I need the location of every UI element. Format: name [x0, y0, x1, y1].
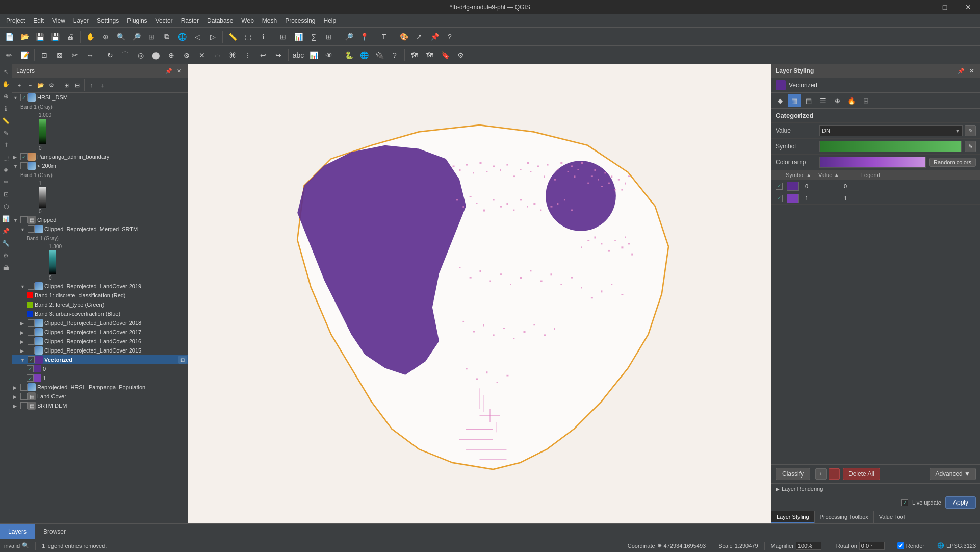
- route-icon[interactable]: ⤴: [1, 140, 12, 151]
- node2-icon[interactable]: ⊡: [1, 189, 12, 200]
- styling-close-button[interactable]: ✕: [967, 66, 976, 76]
- delete-part-button[interactable]: ✕: [195, 48, 209, 62]
- layer-lc2016[interactable]: Clipped_Reprojected_LandCover 2016: [12, 337, 188, 346]
- settings3-icon[interactable]: ⚙: [1, 250, 12, 261]
- plugin1-button[interactable]: 🔌: [372, 48, 386, 62]
- layer-less200[interactable]: < 200m: [12, 161, 188, 170]
- remove-layer-button[interactable]: −: [25, 80, 35, 90]
- edit-button[interactable]: 📝: [17, 48, 32, 62]
- heatmap-icon[interactable]: 🔥: [845, 94, 858, 107]
- magnifier-input[interactable]: [796, 542, 821, 550]
- expand-lc2018[interactable]: [20, 320, 27, 326]
- map-area[interactable]: [188, 64, 771, 523]
- print-button[interactable]: 🖨: [63, 30, 78, 44]
- tab-value-tool[interactable]: Value Tool: [874, 511, 910, 523]
- point-cluster-icon[interactable]: ⊕: [831, 94, 844, 107]
- expand-srtm-dem[interactable]: [13, 403, 19, 409]
- menu-vector[interactable]: Vector: [151, 16, 177, 26]
- simplify-button[interactable]: ⌒: [118, 48, 133, 62]
- 3d-icon[interactable]: ⬡: [1, 201, 12, 212]
- move-down-button[interactable]: ↓: [97, 80, 108, 90]
- vec-cat-1-row[interactable]: 1: [12, 373, 188, 383]
- menu-help[interactable]: Help: [320, 16, 341, 26]
- collapse-all-button[interactable]: ⊟: [72, 80, 82, 90]
- single-symbol-icon[interactable]: ◆: [773, 94, 787, 107]
- menu-project[interactable]: Project: [2, 16, 29, 26]
- attribute-table-button[interactable]: ⊞: [276, 30, 290, 44]
- globe-button[interactable]: 🌐: [357, 48, 371, 62]
- vis-clipped-srtm[interactable]: [28, 225, 35, 233]
- sym-check-0[interactable]: [776, 183, 783, 190]
- expand-vectorized[interactable]: [20, 357, 27, 363]
- menu-web[interactable]: Web: [237, 16, 257, 26]
- diagram-button[interactable]: 📊: [306, 48, 321, 62]
- undo-button[interactable]: ↩: [256, 48, 270, 62]
- layer-lc2017[interactable]: Clipped_Reprojected_LandCover 2017: [12, 328, 188, 337]
- vec-cat-0-row[interactable]: 0: [12, 364, 188, 373]
- preview-button[interactable]: 👁: [322, 48, 336, 62]
- layer-land-cover[interactable]: ▤ Land Cover: [12, 392, 188, 401]
- zoom-full-button[interactable]: 🌐: [175, 30, 189, 44]
- rotate-button[interactable]: ↻: [103, 48, 117, 62]
- measure-icon[interactable]: 📏: [1, 115, 12, 127]
- displaced-icon[interactable]: ⊞: [859, 94, 872, 107]
- map1-button[interactable]: 🗺: [407, 48, 422, 62]
- sym-color-1[interactable]: [787, 194, 799, 203]
- layer-clipped-srtm[interactable]: Clipped_Reprojected_Merged_SRTM: [12, 224, 188, 234]
- vis-vectorized[interactable]: [28, 356, 35, 363]
- expand-hrsl-dsm[interactable]: [13, 95, 19, 101]
- vis-lc2016[interactable]: [28, 338, 35, 345]
- layer-clipped-group[interactable]: ▤ Clipped: [12, 215, 188, 224]
- menu-mesh[interactable]: Mesh: [258, 16, 281, 26]
- menu-edit[interactable]: Edit: [29, 16, 48, 26]
- crs-item[interactable]: 🌐 EPSG:3123: [937, 542, 976, 549]
- expand-clipped[interactable]: [13, 217, 19, 223]
- new-project-button[interactable]: 📄: [2, 30, 16, 44]
- vertex-button[interactable]: ⊠: [53, 48, 67, 62]
- label-tool-button[interactable]: abc: [291, 48, 305, 62]
- select-button[interactable]: ⊕: [98, 30, 113, 44]
- question-button[interactable]: ?: [443, 30, 457, 44]
- sym-row-1[interactable]: 1 1: [771, 192, 980, 205]
- layer-pampanga-admin[interactable]: Pampanga_admin_boundary: [12, 152, 188, 161]
- render-item[interactable]: Render: [897, 542, 924, 549]
- symbol-col-header[interactable]: Symbol ▲: [786, 172, 816, 178]
- pencil-button[interactable]: ✏: [2, 48, 16, 62]
- value-dropdown-arrow[interactable]: ▼: [955, 128, 960, 134]
- identify-icon[interactable]: ℹ: [1, 103, 12, 114]
- delete-ring-button[interactable]: ⊗: [179, 48, 194, 62]
- tab-browser[interactable]: Browser: [35, 524, 74, 539]
- tile-button[interactable]: ⊞: [322, 30, 336, 44]
- sum-button[interactable]: ∑: [306, 30, 321, 44]
- vis-reprojected[interactable]: [20, 384, 28, 391]
- expand-land-cover[interactable]: [13, 394, 19, 399]
- vis-srtm-dem[interactable]: [20, 402, 28, 409]
- rule-based-icon[interactable]: ☰: [816, 94, 830, 107]
- select-tool-icon[interactable]: ↖: [1, 66, 12, 78]
- tab-processing-toolbox[interactable]: Processing Toolbox: [815, 511, 874, 523]
- split-button[interactable]: ⋮: [241, 48, 255, 62]
- symbol-preview[interactable]: [819, 141, 962, 152]
- expand-lc2017[interactable]: [20, 330, 27, 335]
- maximize-button[interactable]: □: [933, 0, 957, 14]
- minimize-button[interactable]: —: [910, 0, 933, 14]
- save-as-button[interactable]: 💾: [48, 30, 62, 44]
- move-up-button[interactable]: ↑: [87, 80, 97, 90]
- style-button[interactable]: 🎨: [397, 30, 411, 44]
- zoom-layer-button[interactable]: ⧉: [160, 30, 174, 44]
- close-button[interactable]: ✕: [957, 0, 980, 14]
- zoom-out-button[interactable]: 🔎: [129, 30, 143, 44]
- view3d-icon[interactable]: 🏔: [1, 262, 12, 273]
- node-button[interactable]: ⊡: [37, 48, 51, 62]
- location-button[interactable]: 📍: [357, 30, 371, 44]
- expand-clipped-srtm[interactable]: [20, 227, 27, 232]
- menu-database[interactable]: Database: [203, 16, 237, 26]
- remove-class-icon[interactable]: −: [829, 468, 840, 480]
- sym-check-1[interactable]: [776, 195, 783, 202]
- identify-button[interactable]: 🔎: [342, 30, 356, 44]
- vis-lc2015[interactable]: [28, 347, 35, 354]
- add-part-button[interactable]: ⊕: [164, 48, 178, 62]
- python-button[interactable]: 🐍: [342, 48, 356, 62]
- live-update-checkbox[interactable]: [901, 499, 908, 506]
- delete-vertex-button[interactable]: ✂: [68, 48, 82, 62]
